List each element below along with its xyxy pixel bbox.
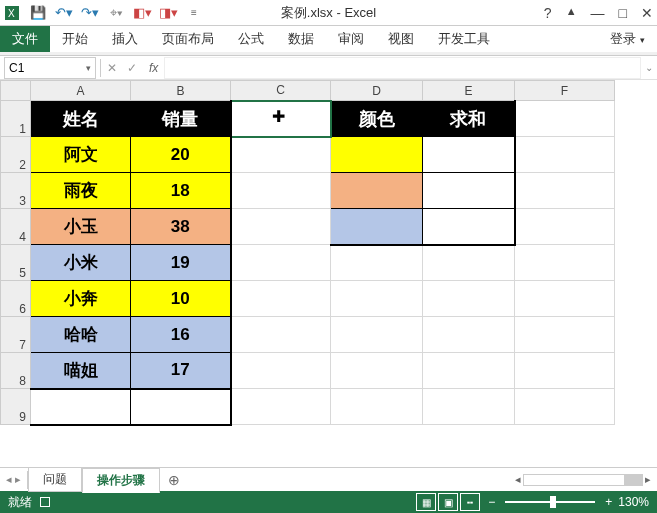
maximize-button[interactable]: □ [619, 5, 627, 21]
cell-C1[interactable] [231, 101, 331, 137]
cell-A5[interactable]: 小米 [31, 245, 131, 281]
tab-review[interactable]: 审阅 [326, 26, 376, 52]
cell-E2[interactable] [423, 137, 515, 173]
cell-A3[interactable]: 雨夜 [31, 173, 131, 209]
row-header-4[interactable]: 4 [1, 209, 31, 245]
cell-D4[interactable] [331, 209, 423, 245]
cell-E7[interactable] [423, 317, 515, 353]
cell-E5[interactable] [423, 245, 515, 281]
cell-B3[interactable]: 18 [131, 173, 231, 209]
zoom-out-button[interactable]: − [488, 495, 495, 509]
cell-B5[interactable]: 19 [131, 245, 231, 281]
zoom-in-button[interactable]: + [605, 495, 612, 509]
tab-developer[interactable]: 开发工具 [426, 26, 502, 52]
cell-C2[interactable] [231, 137, 331, 173]
cell-A4[interactable]: 小玉 [31, 209, 131, 245]
row-header-7[interactable]: 7 [1, 317, 31, 353]
cell-F1[interactable] [515, 101, 615, 137]
view-break-icon[interactable]: ╍ [460, 493, 480, 511]
tab-layout[interactable]: 页面布局 [150, 26, 226, 52]
cell-C6[interactable] [231, 281, 331, 317]
tab-view[interactable]: 视图 [376, 26, 426, 52]
redo-icon[interactable]: ↷▾ [82, 5, 98, 21]
cell-F6[interactable] [515, 281, 615, 317]
cell-C5[interactable] [231, 245, 331, 281]
minimize-button[interactable]: — [591, 5, 605, 21]
col-header-C[interactable]: C [231, 81, 331, 101]
cell-E9[interactable] [423, 389, 515, 425]
cell-F3[interactable] [515, 173, 615, 209]
name-box-dropdown-icon[interactable]: ▾ [86, 63, 91, 73]
view-normal-icon[interactable]: ▦ [416, 493, 436, 511]
row-header-2[interactable]: 2 [1, 137, 31, 173]
cell-E6[interactable] [423, 281, 515, 317]
sheet-scroll[interactable]: ◂ ▸ [515, 473, 657, 486]
formula-expand-icon[interactable]: ⌄ [641, 62, 657, 73]
cell-D6[interactable] [331, 281, 423, 317]
select-all-corner[interactable] [1, 81, 31, 101]
cell-F9[interactable] [515, 389, 615, 425]
tab-insert[interactable]: 插入 [100, 26, 150, 52]
col-header-B[interactable]: B [131, 81, 231, 101]
zoom-slider[interactable] [505, 501, 595, 503]
cell-C9[interactable] [231, 389, 331, 425]
ribbon-toggle-icon[interactable]: ▲ [566, 5, 577, 21]
custom-icon-2[interactable]: ◨▾ [160, 5, 176, 21]
cell-A7[interactable]: 哈哈 [31, 317, 131, 353]
cell-D5[interactable] [331, 245, 423, 281]
cell-B4[interactable]: 38 [131, 209, 231, 245]
name-box[interactable]: C1 ▾ [4, 57, 96, 79]
col-header-E[interactable]: E [423, 81, 515, 101]
cell-A2[interactable]: 阿文 [31, 137, 131, 173]
cell-F2[interactable] [515, 137, 615, 173]
row-header-3[interactable]: 3 [1, 173, 31, 209]
login-button[interactable]: 登录 ▾ [598, 26, 657, 52]
cell-D3[interactable] [331, 173, 423, 209]
cell-C8[interactable] [231, 353, 331, 389]
save-icon[interactable]: 💾 [30, 5, 46, 21]
sheet-tab-1[interactable]: 操作步骤 [82, 468, 160, 493]
cell-B2[interactable]: 20 [131, 137, 231, 173]
excel-icon[interactable]: X [4, 5, 20, 21]
formula-bar[interactable] [164, 57, 641, 79]
fx-icon[interactable]: fx [143, 61, 164, 75]
cell-D8[interactable] [331, 353, 423, 389]
touch-mode-icon[interactable]: ⌖▾ [108, 5, 124, 21]
tab-file[interactable]: 文件 [0, 26, 50, 52]
cell-A8[interactable]: 喵姐 [31, 353, 131, 389]
worksheet-grid[interactable]: ABCDEF1姓名销量颜色求和2阿文203雨夜184小玉385小米196小奔10… [0, 80, 657, 467]
cell-C7[interactable] [231, 317, 331, 353]
cell-E4[interactable] [423, 209, 515, 245]
cell-B7[interactable]: 16 [131, 317, 231, 353]
row-header-6[interactable]: 6 [1, 281, 31, 317]
cell-A9[interactable] [31, 389, 131, 425]
row-header-9[interactable]: 9 [1, 389, 31, 425]
cell-B8[interactable]: 17 [131, 353, 231, 389]
cell-E3[interactable] [423, 173, 515, 209]
cell-F4[interactable] [515, 209, 615, 245]
cell-B1[interactable]: 销量 [131, 101, 231, 137]
cell-A6[interactable]: 小奔 [31, 281, 131, 317]
col-header-F[interactable]: F [515, 81, 615, 101]
row-header-5[interactable]: 5 [1, 245, 31, 281]
help-icon[interactable]: ? [544, 5, 552, 21]
cell-D1[interactable]: 颜色 [331, 101, 423, 137]
add-sheet-button[interactable]: ⊕ [160, 472, 188, 488]
cell-B6[interactable]: 10 [131, 281, 231, 317]
cell-E1[interactable]: 求和 [423, 101, 515, 137]
tab-home[interactable]: 开始 [50, 26, 100, 52]
sheet-nav[interactable]: ◂ ▸ [0, 473, 27, 486]
zoom-level[interactable]: 130% [618, 495, 649, 509]
cell-D9[interactable] [331, 389, 423, 425]
cell-F7[interactable] [515, 317, 615, 353]
cell-C3[interactable] [231, 173, 331, 209]
cell-B9[interactable] [131, 389, 231, 425]
col-header-A[interactable]: A [31, 81, 131, 101]
row-header-1[interactable]: 1 [1, 101, 31, 137]
qat-more-icon[interactable]: ≡ [186, 5, 202, 21]
view-page-icon[interactable]: ▣ [438, 493, 458, 511]
custom-icon-1[interactable]: ◧▾ [134, 5, 150, 21]
undo-icon[interactable]: ↶▾ [56, 5, 72, 21]
sheet-tab-0[interactable]: 问题 [28, 467, 82, 492]
tab-formulas[interactable]: 公式 [226, 26, 276, 52]
